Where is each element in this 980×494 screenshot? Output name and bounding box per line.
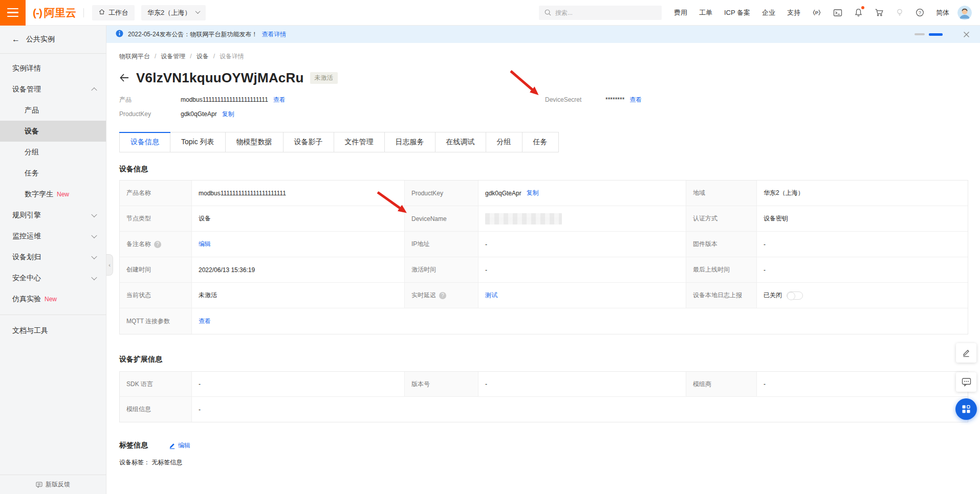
device-info-table: 产品名称 modbus1111111111111111111111 Produc… — [119, 180, 968, 334]
sidebar-item-device-allocation[interactable]: 设备划归 — [0, 246, 106, 267]
home-icon — [98, 8, 105, 17]
sidebar-collapse-handle[interactable]: ‹ — [106, 254, 113, 276]
sidebar-item-simulation[interactable]: 仿真实验New — [0, 288, 106, 309]
grid-icon — [962, 405, 971, 414]
breadcrumb-device[interactable]: 设备 — [197, 52, 209, 61]
current-status-value: 未激活 — [192, 283, 405, 308]
breadcrumb-device-mgmt[interactable]: 设备管理 — [161, 52, 185, 61]
search-icon — [544, 9, 552, 16]
firmware-value: - — [757, 232, 968, 257]
row-label: 模组商 — [686, 372, 757, 397]
product-value: modbus1111111111111111111111 — [181, 96, 268, 103]
row-label: 创建时间 — [120, 257, 192, 283]
help-icon[interactable]: ? — [154, 241, 161, 248]
row-label: 最后上线时间 — [686, 257, 757, 283]
feedback-label: 新版反馈 — [46, 480, 70, 489]
test-link[interactable]: 测试 — [485, 291, 497, 300]
region-selector[interactable]: 华东2（上海） — [141, 5, 206, 20]
productkey-copy-link[interactable]: 复制 — [222, 110, 234, 119]
row-label: 认证方式 — [686, 206, 757, 232]
user-avatar[interactable] — [957, 6, 972, 20]
tab-task[interactable]: 任务 — [522, 132, 558, 152]
sidebar-item-docs-tools[interactable]: 文档与工具 — [0, 320, 106, 341]
nav-icp[interactable]: ICP 备案 — [724, 8, 750, 17]
row-label: 版本号 — [405, 372, 478, 397]
pager-dot-active[interactable] — [929, 33, 943, 36]
section-title-tags: 标签信息 — [119, 441, 148, 450]
tag-edit-button[interactable]: 编辑 — [169, 441, 190, 450]
language-switcher[interactable]: 简体 — [936, 8, 949, 17]
tab-device-info[interactable]: 设备信息 — [120, 132, 170, 152]
sidebar-item-group[interactable]: 分组 — [0, 142, 106, 163]
feedback-edit-fab[interactable] — [956, 343, 976, 363]
pager-dot-inactive[interactable] — [914, 33, 925, 35]
nav-tickets[interactable]: 工单 — [699, 8, 712, 17]
workbench-button[interactable]: 工作台 — [92, 5, 135, 20]
product-view-link[interactable]: 查看 — [273, 96, 286, 104]
device-header-info: 产品 modbus1111111111111111111111 查看 Produ… — [119, 94, 968, 120]
aliyun-logo[interactable]: (-) 阿里云 — [33, 6, 76, 20]
new-badge: New — [57, 191, 69, 198]
row-label: SDK 语言 — [120, 372, 192, 397]
lightbulb-icon[interactable] — [896, 8, 904, 17]
announcement-pager — [914, 33, 943, 36]
hamburger-menu-icon[interactable] — [0, 0, 26, 26]
sidebar-item-product[interactable]: 产品 — [0, 100, 106, 121]
nav-billing[interactable]: 费用 — [674, 8, 687, 17]
sidebar-item-security-center[interactable]: 安全中心 — [0, 267, 106, 288]
back-arrow-icon[interactable] — [119, 73, 129, 82]
chevron-down-icon — [91, 232, 97, 238]
notification-dot — [861, 6, 864, 9]
view-link[interactable]: 查看 — [199, 317, 211, 326]
devicesecret-label: DeviceSecret — [545, 96, 605, 103]
comment-fab[interactable] — [956, 372, 976, 392]
breadcrumb-iot-platform[interactable]: 物联网平台 — [119, 52, 150, 61]
tab-topic-list[interactable]: Topic 列表 — [170, 132, 226, 152]
nav-enterprise[interactable]: 企业 — [762, 8, 775, 17]
tab-thing-model-data[interactable]: 物模型数据 — [226, 132, 284, 152]
row-label: MQTT 连接参数 — [120, 308, 192, 334]
sidebar-item-instance-detail[interactable]: 实例详情 — [0, 58, 106, 79]
announcement-detail-link[interactable]: 查看详情 — [262, 30, 286, 39]
chevron-down-icon — [91, 253, 97, 259]
tab-device-shadow[interactable]: 设备影子 — [284, 132, 334, 152]
nav-support[interactable]: 支持 — [787, 8, 800, 17]
devicesecret-value: ******** — [605, 96, 624, 103]
cart-icon[interactable] — [875, 8, 884, 17]
feedback-icon — [36, 482, 42, 488]
sidebar-item-device[interactable]: 设备 — [0, 121, 106, 142]
help-circle-icon[interactable]: ? — [916, 8, 924, 17]
search-input[interactable] — [539, 6, 662, 20]
sidebar-item-digital-twin[interactable]: 数字孪生New — [0, 184, 106, 205]
back-arrow-icon[interactable]: ← — [12, 35, 20, 44]
device-ext-table: SDK 语言 - 版本号 - 模组商 - 模组信息 - — [119, 371, 968, 422]
devicesecret-view-link[interactable]: 查看 — [629, 96, 642, 104]
sidebar-item-task[interactable]: 任务 — [0, 163, 106, 184]
device-tag-label: 设备标签： — [119, 459, 150, 466]
region-label: 华东2（上海） — [147, 8, 191, 17]
help-icon[interactable]: ? — [439, 292, 446, 299]
terminal-icon[interactable] — [833, 9, 842, 17]
version-value: - — [478, 372, 686, 397]
sidebar-item-monitoring[interactable]: 监控运维 — [0, 226, 106, 246]
tab-log-service[interactable]: 日志服务 — [385, 132, 435, 152]
sidebar-item-device-mgmt[interactable]: 设备管理 — [0, 79, 106, 100]
tab-online-debug[interactable]: 在线调试 — [435, 132, 486, 152]
edit-link[interactable]: 编辑 — [199, 240, 211, 249]
feedback-button[interactable]: 新版反馈 — [0, 475, 106, 494]
page-title: V6lzVN1kquuOYWjMAcRu — [136, 70, 304, 86]
close-icon[interactable] — [963, 31, 970, 38]
tab-group[interactable]: 分组 — [486, 132, 522, 152]
app-switcher-fab[interactable] — [955, 398, 977, 420]
local-log-toggle[interactable] — [787, 291, 803, 300]
tab-file-mgmt[interactable]: 文件管理 — [334, 132, 385, 152]
copy-link[interactable]: 复制 — [527, 189, 539, 197]
latency-cell: 测试 — [478, 283, 686, 308]
sidebar-item-rules-engine[interactable]: 规则引擎 — [0, 205, 106, 226]
divider — [83, 8, 84, 17]
productkey-label: ProductKey — [119, 110, 181, 118]
local-log-cell: 已关闭 — [757, 283, 968, 308]
api-icon[interactable]: P — [812, 8, 821, 17]
notification-bell-icon[interactable] — [854, 8, 863, 17]
devicename-value-cell: 复制 — [478, 206, 686, 232]
